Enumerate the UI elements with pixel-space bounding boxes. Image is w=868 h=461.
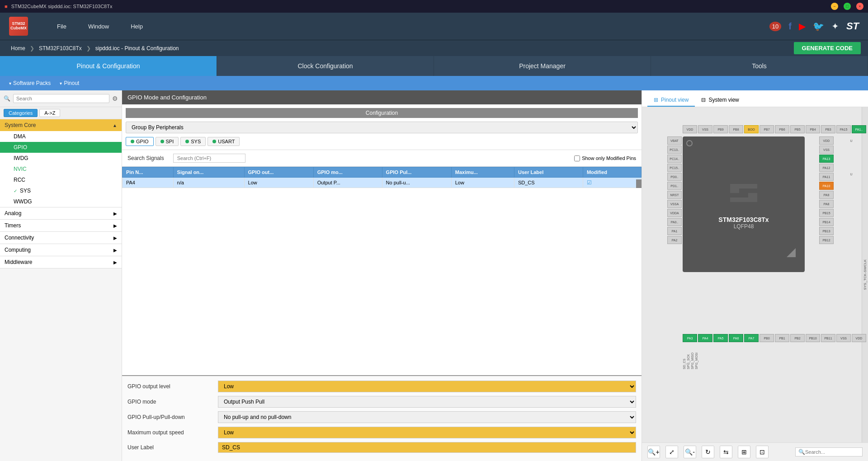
right-label-u1: U [848,136,854,145]
gpio-output-level-select[interactable]: Low [218,381,636,392]
rotate-button[interactable]: ↻ [702,446,714,458]
sidebar-group-timers: Timers ▶ [0,220,122,232]
sidebar-item-sys[interactable]: ✓ SYS [0,185,122,196]
window-menu[interactable]: Window [77,13,120,40]
system-core-items: DMA GPIO IWDG NVIC RCC ✓ SYS [0,131,122,207]
sidebar-group-header-connectivity[interactable]: Connectivity ▶ [0,232,122,244]
sidebar-search-area: 🔍 ⚙ [0,90,122,107]
sidebar-tab-atoz[interactable]: A->Z [39,109,60,117]
right-pins: VDD VSS PA13 PA12 PA11 PA10 PA9 PA8 PB15… [819,136,834,244]
twitter-icon[interactable]: 🐦 [813,21,824,32]
sidebar-item-rcc[interactable]: RCC [0,174,122,185]
spi1-mosi-label: SPI1_MOSI [695,344,698,369]
sidebar-item-dma[interactable]: DMA [0,131,122,142]
pin-vss-right: VSS [819,146,834,154]
show-modified-toggle[interactable]: Show only Modified Pins [574,155,636,161]
sidebar-group-header-analog[interactable]: Analog ▶ [0,207,122,219]
sidebar-item-gpio[interactable]: GPIO [0,142,122,153]
gpio-table: Pin N... Signal on... GPIO out... GPIO m… [122,167,642,188]
tab-tools[interactable]: Tools [651,56,868,76]
breadcrumb-project[interactable]: sipddd.ioc - Pinout & Configuration [92,45,183,52]
minimize-button[interactable]: − [831,3,838,10]
cell-gpio-out: Low [244,178,313,188]
sidebar-item-wwdg[interactable]: WWDG [0,196,122,207]
max-speed-select[interactable]: Low [218,427,636,438]
titlebar: ■ STM32CubeMX sipddd.ioc: STM32F103C8Tx … [0,0,868,13]
zoom-out-button[interactable]: 🔍- [684,446,696,458]
tab-system-view[interactable]: ⊟ System view [695,94,745,107]
chip-corner-mark [787,248,796,259]
nvic-label: NVIC [14,166,27,172]
gpio-output-level-label: GPIO output level [127,383,218,390]
gpio-dot [131,140,134,143]
pin-pa14: PA1.. [852,125,866,133]
tab-project-manager[interactable]: Project Manager [434,56,651,76]
generate-code-button[interactable]: GENERATE CODE [794,42,861,54]
pin-boo: BOO [744,125,759,133]
sidebar-group-connectivity: Connectivity ▶ [0,232,122,244]
maximize-button[interactable]: □ [844,3,851,10]
group-by-select[interactable]: Group By Peripherals [126,122,638,133]
pin-pb10: PB10 [806,334,820,342]
sidebar-group-computing: Computing ▶ [0,244,122,256]
sidebar-item-iwdg[interactable]: IWDG [0,153,122,164]
table-spacer [122,188,642,375]
tab-pinout-view[interactable]: ⊞ Pinout view [647,94,695,107]
bottom-config-panel: GPIO output level Low GPIO mode Output P… [122,375,642,461]
gpio-mode-select[interactable]: Output Push Pull [218,396,636,408]
pin-pa15: PA15 [836,125,851,133]
pinout-view-icon: ⊞ [654,97,658,103]
file-menu[interactable]: File [46,13,77,40]
pin-pb7: PB7 [760,125,774,133]
col-gpio-mode: GPIO mo... [313,167,382,178]
center-panel: GPIO Mode and Configuration Configuratio… [122,90,642,461]
breadcrumb-board[interactable]: STM32F103C8Tx [35,45,85,52]
sidebar-search-input[interactable] [13,94,109,103]
fit-button[interactable]: ⤢ [665,446,678,458]
sidebar-group-header-computing[interactable]: Computing ▶ [0,244,122,256]
flip-button[interactable]: ⇆ [720,446,732,458]
titlebar-text: STM32CubeMX sipddd.ioc: STM32F103C8Tx [11,4,113,9]
col-modified: Modified [583,167,641,178]
table-row[interactable]: PA4 n/a Low Output P... No pull-u... Low… [123,178,642,188]
connectivity-label: Connectivity [5,235,34,241]
zoom-in-button[interactable]: 🔍+ [647,446,660,458]
user-label-input[interactable] [218,442,636,453]
sys-tck-swclk-label: SYS_TCK-SWCLK [863,259,867,290]
youtube-icon[interactable]: ▶ [799,21,806,32]
sys-check-icon: ✓ [14,188,17,193]
sub-tab-software-packs[interactable]: ▾ Software Packs [9,80,51,86]
network-icon[interactable]: ✦ [831,21,839,32]
tab-clock-configuration[interactable]: Clock Configuration [217,56,434,76]
ptab-spi[interactable]: SPI [156,137,179,146]
sidebar-group-header-system-core[interactable]: System Core ▲ [0,119,122,131]
sys-dot [185,140,189,143]
chip-search-input[interactable] [805,449,859,455]
pin-pb0: PB0 [760,334,774,342]
sidebar-group-header-timers[interactable]: Timers ▶ [0,220,122,231]
breadcrumb-home[interactable]: Home [7,45,29,52]
show-modified-checkbox[interactable] [574,155,580,161]
right-side-labels: U U [848,136,854,178]
facebook-icon[interactable]: f [788,21,792,32]
view-tabs: ⊞ Pinout view ⊟ System view [642,90,868,107]
close-button[interactable]: × [856,3,863,10]
signal-search-input[interactable] [173,154,245,163]
measure-button[interactable]: ⊡ [756,446,769,458]
ptab-gpio[interactable]: GPIO [126,137,154,146]
menubar: STM32CubeMX File Window Help 10 f ▶ 🐦 ✦ … [0,13,868,40]
help-menu[interactable]: Help [120,13,154,40]
tab-pinout-configuration[interactable]: Pinout & Configuration [0,56,217,76]
ptab-sys[interactable]: SYS [180,137,206,146]
ptab-usart[interactable]: USART [208,137,240,146]
settings-gear-icon[interactable]: ⚙ [112,95,118,102]
grid-button[interactable]: ⊞ [738,446,750,458]
gpio-pull-select[interactable]: No pull-up and no pull-down [218,411,636,423]
pin-pa11: PA11 [819,173,834,181]
pin-pa3: PA3 [683,334,697,342]
sidebar-item-nvic[interactable]: NVIC [0,164,122,174]
table-scrollbar[interactable] [636,179,642,188]
sidebar-group-header-middleware[interactable]: Middleware ▶ [0,256,122,268]
sub-tab-pinout[interactable]: ▾ Pinout [60,80,79,86]
sidebar-tab-categories[interactable]: Categories [4,109,38,117]
